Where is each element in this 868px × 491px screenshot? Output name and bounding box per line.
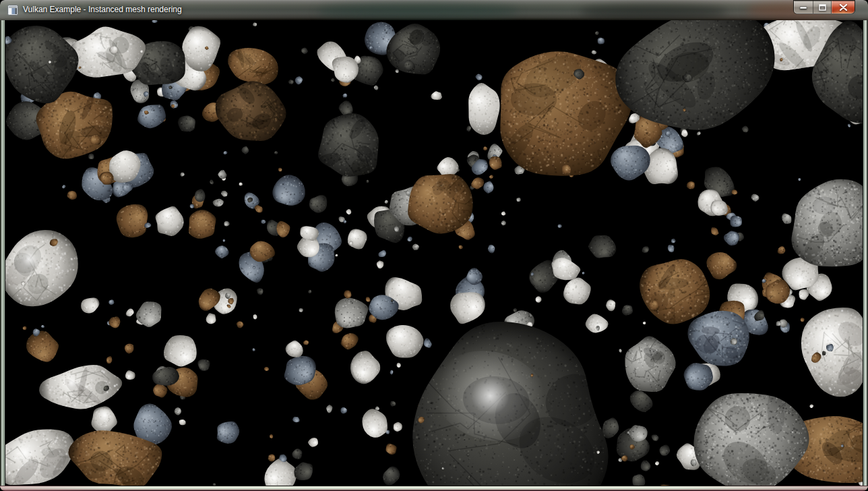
maximize-button[interactable] [813,1,832,13]
window-titlebar[interactable]: Vulkan Example - Instanced mesh renderin… [0,0,868,20]
window-resize-edge-left[interactable] [0,20,5,486]
window-resize-edge-right[interactable] [863,20,868,486]
titlebar-glass-sheen [317,3,519,20]
minimize-icon [800,4,807,10]
window-controls [794,1,855,13]
app-window: Vulkan Example - Instanced mesh renderin… [0,0,868,491]
render-viewport[interactable] [5,20,863,486]
maximize-icon [819,4,826,11]
titlebar-glass-sheen [580,4,728,20]
window-resize-edge-bottom[interactable] [0,486,868,491]
close-button[interactable] [832,1,855,13]
window-title: Vulkan Example - Instanced mesh renderin… [23,0,182,20]
render-area [5,20,863,486]
minimize-button[interactable] [794,1,813,13]
app-icon[interactable] [7,5,18,16]
close-icon [840,4,847,11]
